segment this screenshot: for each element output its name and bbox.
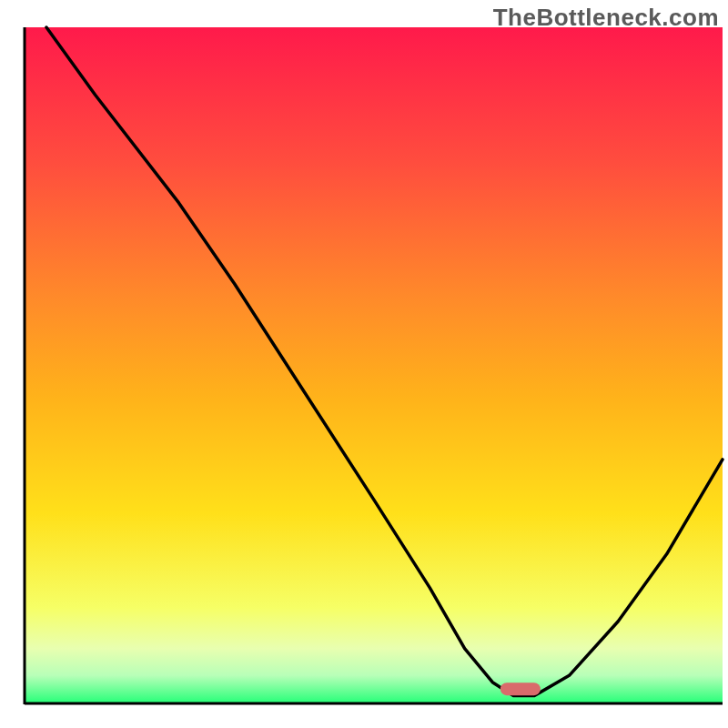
optimal-marker <box>500 682 541 695</box>
watermark-text: TheBottleneck.com <box>493 4 719 32</box>
chart-frame: TheBottleneck.com <box>0 0 728 728</box>
bottleneck-chart <box>0 0 728 728</box>
plot-background <box>25 27 723 703</box>
